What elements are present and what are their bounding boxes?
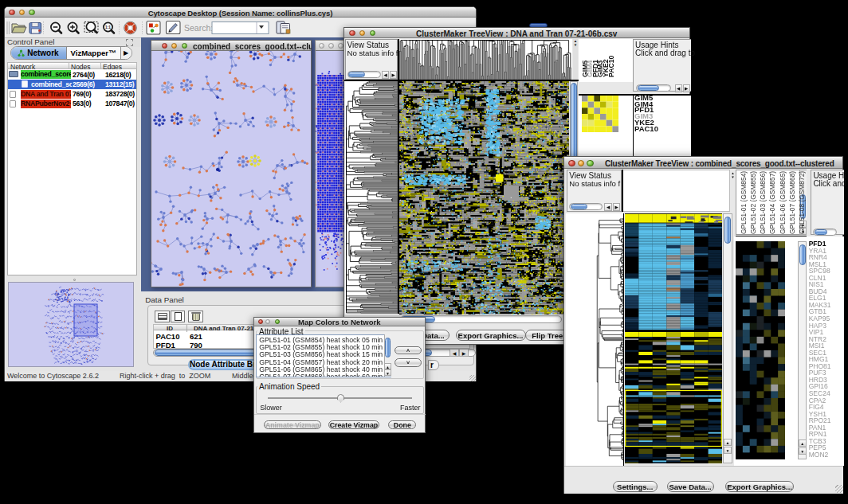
svg-text:Search:: Search:	[184, 22, 213, 32]
svg-text:1:1: 1:1	[105, 25, 111, 29]
